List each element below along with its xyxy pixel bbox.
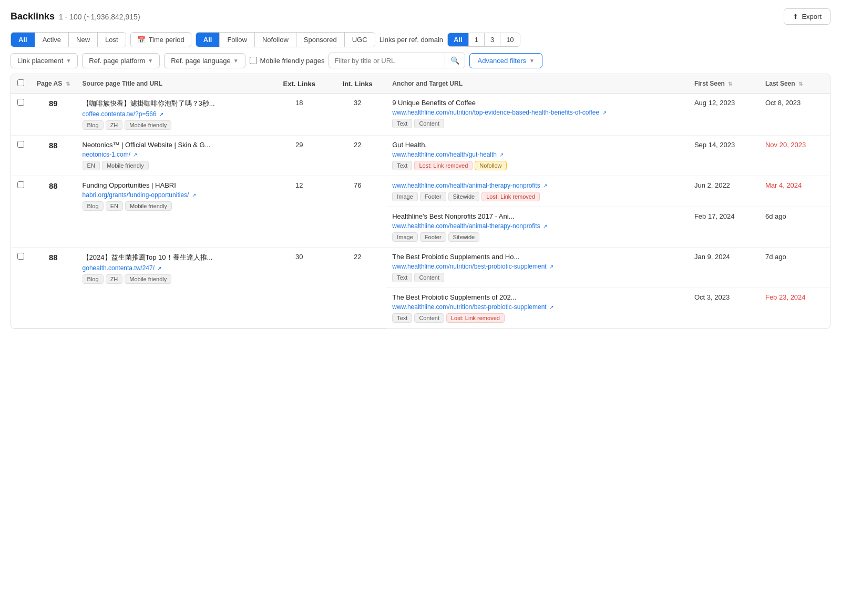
- status-active-button[interactable]: Active: [35, 33, 69, 47]
- int-links-value: 22: [329, 136, 386, 176]
- backlinks-count: 1 - 100 (~1,936,842,915): [59, 13, 140, 21]
- page-as-value: 89: [37, 99, 70, 108]
- int-links-value: 22: [329, 248, 386, 328]
- anchor-target-cell: Gut Health. www.healthline.com/health/gu…: [386, 136, 688, 176]
- ext-links-value: 12: [269, 176, 329, 248]
- source-tag: EN: [83, 161, 100, 170]
- external-link-icon: ↗: [499, 152, 504, 158]
- source-url-link[interactable]: neotonics-1.com/ ↗: [83, 151, 138, 158]
- anchor-badge: Footer: [420, 232, 446, 242]
- source-tag: Mobile friendly: [125, 120, 171, 130]
- search-button[interactable]: 🔍: [445, 53, 465, 68]
- status-new-button[interactable]: New: [69, 33, 98, 47]
- int-links-value: 32: [329, 94, 386, 136]
- source-tag: Mobile friendly: [102, 161, 149, 170]
- lpd-all-button[interactable]: All: [448, 33, 469, 46]
- table-row: 89 【咖啡族快看】濾掛咖啡你泡對了嗎？3秒... coffee.content…: [11, 94, 830, 136]
- status-all-button[interactable]: All: [11, 33, 35, 47]
- external-link-icon: ↗: [549, 304, 553, 310]
- search-input[interactable]: [329, 54, 445, 68]
- anchor-badge: Footer: [420, 192, 446, 201]
- search-box: 🔍: [329, 53, 465, 68]
- export-button[interactable]: ⬆ Export: [784, 8, 830, 25]
- anchor-badge: Content: [414, 119, 444, 128]
- row-checkbox[interactable]: [17, 99, 24, 106]
- linktype-follow-button[interactable]: Follow: [220, 33, 255, 47]
- lpd-10-button[interactable]: 10: [500, 33, 519, 46]
- linktype-sponsored-button[interactable]: Sponsored: [296, 33, 345, 47]
- anchor-title: Healthline's Best Nonprofits 2017 - Ani.…: [392, 212, 682, 220]
- sort-icon[interactable]: ⇅: [66, 81, 70, 87]
- source-title: 【咖啡族快看】濾掛咖啡你泡對了嗎？3秒...: [83, 99, 263, 108]
- linktype-ugc-button[interactable]: UGC: [345, 33, 375, 47]
- row-checkbox[interactable]: [17, 141, 24, 148]
- anchor-title: The Best Probiotic Supplements of 202...: [392, 293, 682, 301]
- anchor-url-link[interactable]: www.healthline.com/nutrition/top-evidenc…: [392, 109, 606, 116]
- page-title: Backlinks: [11, 11, 55, 22]
- links-per-domain-buttons: All 1 3 10: [447, 33, 520, 47]
- search-icon: 🔍: [450, 56, 459, 65]
- page-as-value: 88: [37, 141, 70, 150]
- anchor-badge: Lost: Link removed: [414, 161, 473, 170]
- int-links-value: 76: [329, 176, 386, 248]
- row-checkbox[interactable]: [17, 181, 24, 188]
- source-tag: Blog: [83, 201, 104, 211]
- source-tag: Blog: [83, 274, 104, 284]
- linktype-all-button[interactable]: All: [196, 33, 220, 47]
- lpd-1-button[interactable]: 1: [469, 33, 485, 46]
- source-url-link[interactable]: gohealth.contenta.tw/247/ ↗: [83, 264, 162, 272]
- ref-page-platform-filter[interactable]: Ref. page platform ▼: [82, 53, 160, 68]
- external-link-icon: ↗: [602, 110, 607, 116]
- anchor-badge: Nofollow: [475, 161, 506, 170]
- first-seen-value: Sep 14, 2023: [688, 136, 759, 176]
- select-all-checkbox[interactable]: [17, 79, 24, 86]
- anchor-title: Gut Health.: [392, 141, 682, 149]
- last-seen-value: Oct 8, 2023: [759, 94, 830, 136]
- external-link-icon: ↗: [159, 111, 163, 117]
- anchor-url-link[interactable]: www.healthline.com/nutrition/best-probio…: [392, 263, 553, 270]
- last-seen-value: 7d ago: [759, 248, 830, 288]
- sort-icon[interactable]: ⇅: [798, 81, 803, 87]
- source-url-link[interactable]: coffee.contenta.tw/?p=566 ↗: [83, 110, 163, 118]
- sort-icon[interactable]: ⇅: [728, 81, 732, 87]
- last-seen-value: Mar 4, 2024: [759, 176, 830, 207]
- mobile-friendly-checkbox[interactable]: [250, 57, 257, 64]
- backlinks-table: Page AS ⇅ Source page Title and URL Ext.…: [11, 74, 830, 329]
- first-seen-value: Oct 3, 2023: [688, 288, 759, 328]
- source-page-header: Source page Title and URL: [76, 74, 270, 94]
- row-checkbox[interactable]: [17, 253, 24, 260]
- link-placement-filter[interactable]: Link placement ▼: [11, 53, 78, 68]
- external-link-icon: ↗: [549, 264, 553, 270]
- anchor-url-link[interactable]: www.healthline.com/health/gut-health ↗: [392, 151, 504, 158]
- first-seen-value: Jan 9, 2024: [688, 248, 759, 288]
- external-link-icon: ↗: [543, 223, 547, 229]
- external-link-icon: ↗: [157, 265, 161, 271]
- time-period-button[interactable]: 📅 Time period: [130, 32, 191, 47]
- anchor-badge: Image: [392, 232, 418, 242]
- advanced-filters-button[interactable]: Advanced filters ▼: [469, 53, 542, 68]
- anchor-url-link[interactable]: www.healthline.com/nutrition/best-probio…: [392, 303, 553, 311]
- anchor-target-cell: 9 Unique Benefits of Coffee www.healthli…: [386, 94, 688, 136]
- export-icon: ⬆: [793, 13, 798, 20]
- source-tag: Mobile friendly: [125, 274, 171, 284]
- source-tag: Blog: [83, 120, 104, 130]
- anchor-url-link[interactable]: www.healthline.com/health/animal-therapy…: [392, 222, 547, 230]
- source-tag: Mobile friendly: [125, 201, 172, 211]
- anchor-badge: Lost: Link removed: [481, 192, 540, 201]
- external-link-icon: ↗: [192, 192, 196, 198]
- anchor-badge: Sitewide: [448, 192, 480, 201]
- ext-links-value: 30: [269, 248, 329, 328]
- external-link-icon: ↗: [133, 152, 137, 158]
- source-url-link[interactable]: habri.org/grants/funding-opportunities/ …: [83, 191, 196, 199]
- anchor-target-cell: The Best Probiotic Supplements of 202...…: [386, 288, 688, 328]
- external-link-icon: ↗: [543, 183, 547, 189]
- status-lost-button[interactable]: Lost: [98, 33, 126, 47]
- last-seen-value: Nov 20, 2023: [759, 136, 830, 176]
- lpd-3-button[interactable]: 3: [485, 33, 500, 46]
- anchor-title: The Best Probiotic Supplements and Ho...: [392, 253, 682, 261]
- links-per-domain-group: Links per ref. domain All 1 3 10: [380, 33, 520, 47]
- anchor-url-link[interactable]: www.healthline.com/health/animal-therapy…: [392, 182, 547, 189]
- ref-page-language-filter[interactable]: Ref. page language ▼: [164, 53, 245, 68]
- linktype-nofollow-button[interactable]: Nofollow: [255, 33, 296, 47]
- anchor-badge: Sitewide: [448, 232, 480, 242]
